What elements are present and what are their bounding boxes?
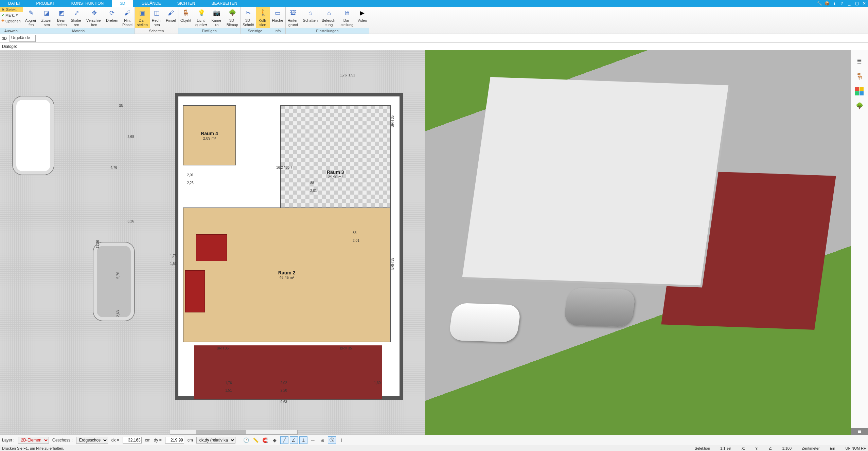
dim: 88: [310, 181, 314, 185]
geschoss-dropdown[interactable]: Erdgeschos: [76, 437, 108, 444]
selekt-button[interactable]: 🖱Selekt: [0, 7, 23, 12]
group-label-info: Info: [270, 28, 285, 34]
darstellung-button[interactable]: 🖥Dar-stellung: [338, 7, 355, 28]
info-icon[interactable]: ℹ: [831, 0, 838, 7]
schatten-button[interactable]: ⌂Schatten: [301, 7, 320, 28]
brush2-icon: 🖌: [166, 8, 176, 18]
rotate-icon: ⟳: [107, 8, 117, 18]
layer-dropdown[interactable]: 2D-Elemen: [18, 437, 49, 444]
tree2-icon[interactable]: 🌳: [855, 102, 864, 110]
restore-icon[interactable]: ▢: [853, 0, 861, 7]
tab-projekt[interactable]: PROJEKT: [28, 0, 63, 7]
verschieben-button[interactable]: ✥Verschie-ben: [84, 7, 104, 28]
car-top-white: [13, 96, 54, 175]
info2-icon[interactable]: i: [337, 436, 346, 444]
dim: 1,51: [349, 73, 355, 77]
move-icon: ✥: [89, 8, 99, 18]
room-4: Raum 4 2,89 m²: [183, 105, 236, 165]
tab-konstruktion[interactable]: KONSTRUKTION: [63, 0, 112, 7]
dx-input[interactable]: [123, 437, 142, 444]
status-sel-ratio: 1:1 sel: [720, 446, 731, 450]
grid-icon[interactable]: ⊞: [318, 436, 326, 444]
darstellen-button[interactable]: ▣Dar-stellen: [135, 7, 150, 28]
layer-label: Layer :: [2, 438, 15, 443]
plus-icon: ✚: [1, 19, 4, 23]
status-y: Y:: [755, 446, 759, 450]
coord-mode-dropdown[interactable]: dx,dy (relativ ka: [196, 437, 235, 444]
ribbon: 🖱Selekt ✔Mark.▾ ✚Optionen Auswahl ✎Abgre…: [0, 7, 868, 34]
snap-angle-icon[interactable]: ∠: [290, 436, 298, 444]
clock-icon[interactable]: 🕐: [242, 436, 250, 444]
beleuchtung-button[interactable]: ⌂Beleuch-tung: [320, 7, 338, 28]
optionen-button[interactable]: ✚Optionen: [0, 18, 23, 24]
layers-icon[interactable]: ≣: [855, 57, 864, 66]
ribbon-side-label: Auswahl: [0, 28, 23, 34]
dy-unit: cm: [188, 438, 193, 443]
snap-perp-icon[interactable]: ⊥: [299, 436, 307, 444]
house-2d: Raum 4 2,89 m² Raum 1 20,05 m² Raum 3 25…: [178, 96, 399, 396]
collapse-icon[interactable]: ≡: [851, 428, 868, 435]
zuweisen-button[interactable]: ◪Zuwei-sen: [39, 7, 54, 28]
cube-icon: ▣: [138, 8, 147, 18]
mark-button[interactable]: ✔Mark.▾: [0, 12, 23, 18]
abgreifen-button[interactable]: ✎Abgrei-fen: [23, 7, 39, 28]
flaeche-button[interactable]: ▭Fläche: [270, 7, 285, 28]
minimize-icon[interactable]: _: [846, 0, 853, 7]
person-icon: 🚶: [258, 8, 268, 18]
rechnen-button[interactable]: ◫Rech-nen: [150, 7, 164, 28]
group-label-schatten: Schatten: [135, 28, 178, 34]
kamera-button[interactable]: 📷Kame-ra: [209, 7, 224, 28]
dim: 1,51: [225, 389, 232, 392]
node-icon[interactable]: Ⓝ: [328, 436, 336, 444]
status-scale: 1:100: [782, 446, 792, 450]
tab-bearbeiten[interactable]: BEARBEITEN: [203, 0, 246, 7]
lichtquelle-button[interactable]: 💡Licht-quelle▾: [193, 7, 209, 28]
background-icon: 🖼: [288, 8, 298, 18]
dy-input[interactable]: [165, 437, 184, 444]
tab-sichten[interactable]: SICHTEN: [169, 0, 203, 7]
hin-pinsel-button[interactable]: 🖌Hin.Pinsel: [120, 7, 135, 28]
snap-line-icon[interactable]: ╱: [280, 436, 288, 444]
armchair-icon[interactable]: 🪑: [855, 72, 864, 81]
light-icon: ⌂: [324, 8, 334, 18]
help-icon[interactable]: ?: [838, 0, 846, 7]
status-bar: Drücken Sie F1, um Hilfe zu erhalten. Se…: [0, 445, 868, 451]
3d-bitmap-button[interactable]: 🌳3D-Bitmap: [225, 7, 240, 28]
kollision-button[interactable]: 🚶Kolli-sion: [256, 7, 270, 28]
tree-icon: 🌳: [228, 8, 237, 18]
dim: 4,76: [110, 166, 117, 169]
dim: BRH 35: [217, 346, 229, 350]
3d-schnitt-button[interactable]: ✂3D-Schnitt: [241, 7, 256, 28]
box-icon[interactable]: 📦: [823, 0, 831, 7]
dialoge-input[interactable]: [20, 43, 866, 50]
3d-view[interactable]: [425, 50, 851, 435]
tool-icon[interactable]: 🔧: [816, 0, 823, 7]
drehen-button[interactable]: ⟳Drehen: [104, 7, 120, 28]
magnet-icon[interactable]: 🧲: [261, 436, 269, 444]
sofa-2: [185, 270, 205, 312]
skalieren-button[interactable]: ⤢Skalie-ren: [69, 7, 84, 28]
2d-scrollbar-h[interactable]: [170, 430, 297, 435]
2d-view[interactable]: Raum 4 2,89 m² Raum 1 20,05 m² Raum 3 25…: [0, 50, 425, 435]
pinsel-button[interactable]: 🖌Pinsel: [164, 7, 178, 28]
tab-gelaende[interactable]: GELÄNDE: [133, 0, 169, 7]
snap-mid-icon[interactable]: ─: [309, 436, 317, 444]
tab-3d[interactable]: 3D: [112, 0, 133, 7]
ribbon-side-panel: 🖱Selekt ✔Mark.▾ ✚Optionen Auswahl: [0, 7, 23, 34]
close-icon[interactable]: ✕: [861, 0, 868, 7]
color-palette-icon[interactable]: [855, 87, 864, 95]
hintergrund-button[interactable]: 🖼Hinter-grund: [286, 7, 301, 28]
ribbon-group-material: ✎Abgrei-fen ◪Zuwei-sen ◩Bear-beiten ⤢Ska…: [23, 7, 135, 34]
group-label-material: Material: [23, 28, 135, 34]
video-button[interactable]: ▶Video: [355, 7, 369, 28]
tab-datei[interactable]: DATEI: [0, 0, 28, 7]
status-flags: UF NUM RF: [846, 446, 866, 450]
eyedropper-icon: ✎: [26, 8, 36, 18]
endpoint-icon[interactable]: ◆: [271, 436, 279, 444]
terrain-dropdown[interactable]: Urgelände: [10, 35, 36, 42]
measure-icon[interactable]: 📏: [252, 436, 260, 444]
dim: 1,76: [225, 381, 232, 385]
dim: 11,36: [96, 240, 100, 249]
bearbeiten-button[interactable]: ◩Bear-beiten: [54, 7, 69, 28]
objekt-button[interactable]: 🪑Objekt: [178, 7, 193, 28]
